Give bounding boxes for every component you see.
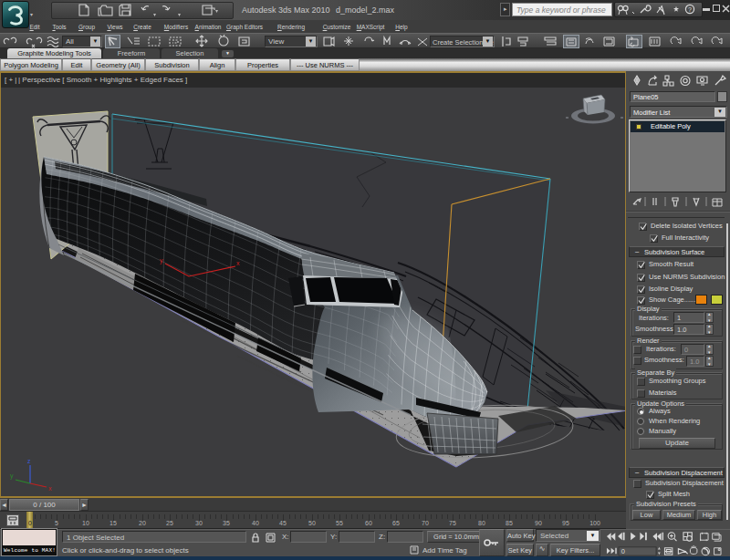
svg-text:x: x (236, 260, 240, 266)
svg-text:y: y (10, 472, 14, 480)
svg-text:y: y (160, 257, 163, 264)
svg-text:0: 0 (621, 547, 625, 555)
svg-text:z: z (27, 458, 31, 464)
svg-text:?: ? (688, 6, 692, 13)
svg-text:x: x (48, 485, 52, 492)
